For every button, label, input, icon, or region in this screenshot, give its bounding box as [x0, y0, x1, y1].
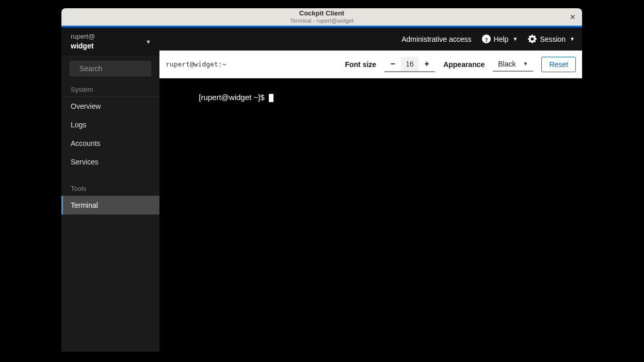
session-label: Session — [540, 35, 566, 43]
font-size-value: 16 — [401, 57, 418, 71]
font-size-stepper: − 16 + — [384, 57, 435, 72]
plus-icon: + — [424, 59, 429, 69]
sidebar-item-label: Services — [71, 158, 99, 166]
admin-access-link[interactable]: Administrative access — [401, 35, 471, 43]
appearance-value: Black — [498, 60, 516, 68]
help-menu[interactable]: Help ▼ — [482, 35, 518, 43]
chevron-down-icon: ▼ — [523, 61, 528, 67]
app-subtitle: Terminal - rupert@widget — [290, 18, 353, 24]
font-decrease-button[interactable]: − — [384, 57, 401, 71]
title-stack: Cockpit Client Terminal - rupert@widget — [290, 10, 353, 24]
sidebar-item-label: Accounts — [71, 139, 101, 147]
main-column: Administrative access Help ▼ Session ▼ r… — [159, 27, 582, 352]
help-icon — [482, 35, 491, 43]
minus-icon: − — [390, 59, 395, 69]
titlebar: Cockpit Client Terminal - rupert@widget … — [61, 8, 582, 26]
terminal-cursor — [269, 94, 273, 102]
host-name: widget — [71, 41, 95, 51]
host-switcher[interactable]: rupert@ widget ▼ — [61, 27, 159, 56]
reset-button[interactable]: Reset — [541, 57, 576, 72]
close-button[interactable]: ✕ — [567, 11, 579, 23]
sidebar: rupert@ widget ▼ System Overview Logs Ac… — [61, 27, 159, 352]
sidebar-item-label: Logs — [71, 121, 86, 129]
appearance-select[interactable]: Black ▼ — [493, 57, 533, 72]
chevron-down-icon: ▼ — [512, 36, 518, 42]
chevron-down-icon: ▼ — [570, 36, 575, 42]
sidebar-item-label: Overview — [71, 102, 101, 110]
session-menu[interactable]: Session ▼ — [528, 35, 575, 43]
font-size-label: Font size — [345, 60, 376, 69]
search-box[interactable] — [70, 61, 151, 76]
sidebar-item-services[interactable]: Services — [61, 153, 159, 171]
sidebar-item-logs[interactable]: Logs — [61, 116, 159, 134]
nav-spacer — [61, 171, 159, 180]
gear-icon — [528, 35, 537, 43]
sidebar-item-terminal[interactable]: Terminal — [61, 196, 159, 215]
host-text: rupert@ widget — [71, 32, 95, 51]
host-user: rupert@ — [71, 32, 95, 41]
app-title: Cockpit Client — [290, 10, 353, 17]
close-icon: ✕ — [570, 13, 576, 21]
sidebar-item-overview[interactable]: Overview — [61, 97, 159, 116]
terminal-path: rupert@widget:~ — [166, 60, 226, 68]
terminal-prompt: [rupert@widget ~]$ — [199, 93, 267, 102]
help-label: Help — [494, 35, 509, 43]
terminal-controls: rupert@widget:~ Font size − 16 + Appeara… — [159, 51, 582, 78]
appearance-label: Appearance — [443, 60, 485, 69]
search-input[interactable] — [79, 64, 170, 73]
app-window: Cockpit Client Terminal - rupert@widget … — [61, 8, 582, 352]
font-increase-button[interactable]: + — [418, 57, 435, 71]
sidebar-item-accounts[interactable]: Accounts — [61, 134, 159, 153]
body: rupert@ widget ▼ System Overview Logs Ac… — [61, 27, 582, 352]
search-wrap — [61, 56, 159, 81]
topbar: Administrative access Help ▼ Session ▼ — [159, 27, 582, 51]
chevron-down-icon: ▼ — [146, 39, 151, 45]
sidebar-item-label: Terminal — [71, 201, 98, 209]
nav-group-tools: Tools — [61, 180, 159, 196]
nav-group-system: System — [61, 81, 159, 97]
terminal-output[interactable]: [rupert@widget ~]$ — [159, 78, 582, 352]
